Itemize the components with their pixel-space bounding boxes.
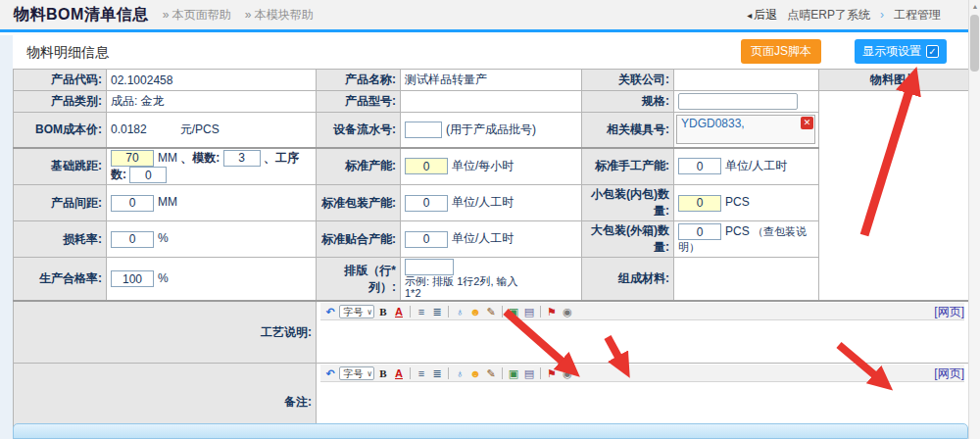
insert-image-icon[interactable]: ▣ bbox=[507, 305, 520, 318]
std-pack-capacity-label: 标准包装产能: bbox=[317, 185, 401, 221]
page-js-button[interactable]: 页面JS脚本 bbox=[741, 39, 821, 64]
layout-input[interactable] bbox=[405, 259, 454, 275]
device-serial-label: 设备流水号: bbox=[317, 113, 401, 148]
back-link[interactable]: ◂后退 bbox=[747, 7, 777, 24]
std-capacity-unit: 单位/每小时 bbox=[452, 159, 514, 172]
pass-rate-unit: % bbox=[158, 271, 169, 285]
layout-hint: 示例: 排版 1行2列, 输入 1*2 bbox=[405, 275, 530, 299]
smiley-icon[interactable]: ☻ bbox=[468, 305, 482, 318]
base-pitch-unit: MM bbox=[158, 151, 177, 165]
small-pack-qty-input[interactable] bbox=[678, 195, 721, 212]
bold-icon[interactable]: B bbox=[376, 366, 390, 380]
std-manual-capacity-input[interactable] bbox=[678, 158, 721, 174]
product-gap-input[interactable] bbox=[111, 195, 154, 212]
font-color-icon[interactable]: A bbox=[392, 305, 406, 318]
globe-icon[interactable]: ♁ bbox=[453, 366, 466, 380]
list-icon[interactable]: ≣ bbox=[430, 305, 444, 318]
large-pack-qty-label: 大包装(外箱)数量: bbox=[582, 221, 674, 258]
std-laminate-capacity-label: 标准贴合产能: bbox=[317, 221, 401, 258]
scroll-up-icon[interactable]: ▲ bbox=[970, 1, 980, 13]
flag-icon[interactable]: ⚑ bbox=[545, 305, 559, 318]
vertical-scrollbar[interactable]: ▲ bbox=[968, 0, 980, 439]
bom-cost-unit: 元/PCS bbox=[180, 122, 220, 136]
font-size-select[interactable]: 字号 bbox=[339, 305, 374, 318]
panel-header: 物料明细信息 页面JS脚本 显示项设置 ✓ bbox=[13, 35, 968, 67]
product-code-label: 产品代码: bbox=[14, 70, 107, 91]
spec-input[interactable] bbox=[678, 93, 798, 110]
spec-label: 规格: bbox=[582, 91, 674, 113]
align-icon[interactable]: ≡ bbox=[415, 366, 428, 380]
product-name-label: 产品名称: bbox=[317, 70, 401, 91]
left-margin bbox=[0, 35, 13, 439]
delete-icon[interactable]: ✕ bbox=[801, 117, 813, 129]
std-pack-capacity-input[interactable] bbox=[405, 195, 448, 212]
base-pitch-label: 基础跳距: bbox=[14, 148, 107, 185]
std-manual-capacity-label: 标准手工产能: bbox=[582, 148, 674, 185]
toolbar-separator bbox=[540, 306, 541, 317]
webpage-link[interactable]: [网页] bbox=[934, 304, 964, 320]
insert-image-icon[interactable]: ▣ bbox=[507, 366, 520, 380]
collapsed-section-bar[interactable] bbox=[13, 423, 968, 439]
font-size-select[interactable]: 字号 bbox=[339, 366, 374, 380]
eye-icon[interactable]: ◉ bbox=[561, 305, 574, 318]
product-gap-label: 产品间距: bbox=[14, 185, 107, 221]
related-mold-box[interactable]: YDGD0833, ✕ bbox=[676, 115, 815, 144]
list-icon[interactable]: ≣ bbox=[430, 366, 444, 380]
mold-count-input[interactable] bbox=[223, 150, 261, 167]
device-serial-input[interactable] bbox=[405, 122, 442, 138]
related-company-label: 关联公司: bbox=[582, 70, 674, 91]
page-help-link[interactable]: » 本页面帮助 bbox=[163, 7, 231, 24]
product-code-value: 02.1002458 bbox=[107, 70, 317, 91]
loss-rate-label: 损耗率: bbox=[14, 221, 107, 258]
loss-rate-input[interactable] bbox=[111, 231, 154, 248]
toolbar-separator bbox=[502, 306, 503, 317]
std-capacity-label: 标准产能: bbox=[317, 148, 401, 185]
bom-cost-value: 0.0182 bbox=[111, 122, 147, 136]
editor-toolbar: ↶字号BA≡≣♁☻✎▣▤⚑◉ bbox=[320, 303, 964, 320]
save-image-icon[interactable]: ▤ bbox=[522, 305, 536, 318]
editor-toolbar: ↶字号BA≡≣♁☻✎▣▤⚑◉ bbox=[320, 365, 964, 382]
product-gap-unit: MM bbox=[158, 195, 177, 209]
large-pack-qty-input[interactable] bbox=[678, 223, 721, 240]
globe-icon[interactable]: ♁ bbox=[453, 305, 466, 318]
layout-label: 排版（行*列）: bbox=[317, 258, 401, 302]
product-category-value: 成品: 金龙 bbox=[107, 91, 317, 113]
materials-label: 组成材料: bbox=[582, 258, 674, 302]
scrollbar-thumb[interactable] bbox=[970, 15, 979, 72]
smiley-icon[interactable]: ☻ bbox=[468, 366, 482, 380]
material-detail-panel: 物料明细信息 页面JS脚本 显示项设置 ✓ 产品代码: 02.1002458 产… bbox=[13, 35, 968, 439]
process-desc-label: 工艺说明: bbox=[14, 301, 317, 364]
edit-table-icon[interactable]: ✎ bbox=[484, 366, 498, 380]
process-desc-editor: ↶字号BA≡≣♁☻✎▣▤⚑◉ [网页] bbox=[317, 301, 969, 364]
module-help-link[interactable]: » 本模块帮助 bbox=[245, 7, 314, 24]
toolbar-separator bbox=[502, 367, 503, 379]
small-pack-qty-unit: PCS bbox=[725, 195, 750, 209]
std-manual-capacity-unit: 单位/人工时 bbox=[725, 159, 787, 172]
eye-icon[interactable]: ◉ bbox=[561, 366, 574, 380]
edit-table-icon[interactable]: ✎ bbox=[484, 305, 498, 318]
base-pitch-input[interactable] bbox=[111, 150, 154, 167]
undo-icon[interactable]: ↶ bbox=[323, 305, 337, 318]
std-capacity-input[interactable] bbox=[405, 158, 448, 174]
save-image-icon[interactable]: ▤ bbox=[522, 366, 536, 380]
breadcrumb-section[interactable]: 工程管理 bbox=[894, 7, 941, 24]
bold-icon[interactable]: B bbox=[376, 305, 390, 318]
display-settings-button[interactable]: 显示项设置 ✓ bbox=[855, 39, 947, 64]
process-desc-textarea[interactable] bbox=[320, 320, 964, 362]
std-laminate-capacity-input[interactable] bbox=[405, 231, 448, 248]
webpage-link[interactable]: [网页] bbox=[934, 366, 964, 382]
top-bar: 物料BOM清单信息 » 本页面帮助 » 本模块帮助 ◂后退 点晴ERP了系统 ›… bbox=[0, 0, 968, 32]
breadcrumb-system[interactable]: 点晴ERP了系统 bbox=[787, 7, 870, 24]
material-image-area bbox=[819, 91, 969, 302]
bom-cost-label: BOM成本价: bbox=[14, 113, 107, 148]
undo-icon[interactable]: ↶ bbox=[323, 366, 337, 380]
back-label: 后退 bbox=[754, 8, 777, 22]
material-image-header: 物料图片 bbox=[819, 70, 969, 91]
mold-count-label: 、模数: bbox=[180, 151, 220, 165]
font-color-icon[interactable]: A bbox=[392, 366, 406, 380]
process-count-input[interactable] bbox=[129, 167, 167, 183]
flag-icon[interactable]: ⚑ bbox=[545, 366, 559, 380]
product-model-label: 产品型号: bbox=[317, 91, 401, 113]
align-icon[interactable]: ≡ bbox=[415, 305, 428, 318]
pass-rate-input[interactable] bbox=[111, 270, 154, 287]
